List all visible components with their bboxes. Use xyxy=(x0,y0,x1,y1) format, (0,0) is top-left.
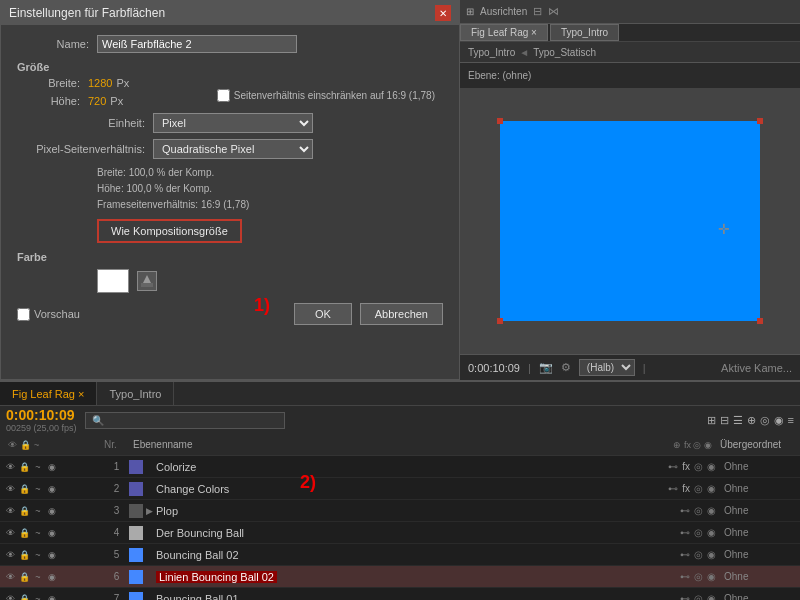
breadcrumb: Typo_Intro ◄ Typo_Statisch xyxy=(460,42,800,62)
layer-motion-icon[interactable]: ◎ xyxy=(694,505,703,516)
layer-solo-icon[interactable]: ◉ xyxy=(46,593,58,601)
tl-icon-7[interactable]: ≡ xyxy=(788,414,794,427)
layer-name: Linien Bouncing Ball 02 xyxy=(156,571,540,583)
layer-search-input[interactable] xyxy=(85,412,285,429)
ok-button[interactable]: OK xyxy=(294,303,352,325)
layer-motion-icon[interactable]: ◎ xyxy=(694,593,703,600)
layer-eye-icon[interactable]: 👁 xyxy=(4,483,16,495)
layer-motion-icon[interactable]: ◎ xyxy=(694,483,703,494)
col-right-icons: ⊕ fx ◎ ◉ xyxy=(673,440,712,450)
layer-switch-icon[interactable]: ⊷ xyxy=(668,483,678,494)
layer-solo-icon[interactable]: ◉ xyxy=(46,461,58,473)
layer-blend-icon[interactable]: ◉ xyxy=(707,461,716,472)
layer-shy-icon[interactable]: ~ xyxy=(32,505,44,517)
layer-lock-icon[interactable]: 🔒 xyxy=(18,505,30,517)
layer-switch-icon[interactable]: ⊷ xyxy=(680,549,690,560)
layer-shy-icon[interactable]: ~ xyxy=(32,549,44,561)
layer-expand-icon[interactable]: ▶ xyxy=(146,506,156,516)
layer-color-icon xyxy=(129,504,143,518)
tl-icon-2[interactable]: ⊟ xyxy=(720,414,729,427)
layer-eye-icon[interactable]: 👁 xyxy=(4,527,16,539)
tl-icon-6[interactable]: ◉ xyxy=(774,414,784,427)
layer-motion-icon[interactable]: ◎ xyxy=(694,571,703,582)
color-picker-icon[interactable] xyxy=(137,271,157,291)
wie-komposition-button[interactable]: Wie Kompositionsgröße xyxy=(97,219,242,243)
layer-eye-icon[interactable]: 👁 xyxy=(4,593,16,601)
layer-solo-icon[interactable]: ◉ xyxy=(46,571,58,583)
col-parent-header: Übergeordnet xyxy=(720,434,800,455)
tl-icon-5[interactable]: ◎ xyxy=(760,414,770,427)
tl-tab-typo[interactable]: Typo_Intro xyxy=(97,382,174,405)
vorschau-checkbox[interactable] xyxy=(17,308,30,321)
layer-switch-icon[interactable]: ⊷ xyxy=(680,527,690,538)
layer-lock-icon[interactable]: 🔒 xyxy=(18,593,30,601)
layer-switch-icon[interactable]: ⊷ xyxy=(680,505,690,516)
layer-lock-icon[interactable]: 🔒 xyxy=(18,571,30,583)
aspect-ratio-checkbox[interactable] xyxy=(217,89,230,102)
layer-row[interactable]: 👁 🔒 ~ ◉ 5 Bouncing Ball 02 ⊷ ◎ ◉ Ohne xyxy=(0,544,800,566)
layer-eye-icon[interactable]: 👁 xyxy=(4,571,16,583)
abbrechen-button[interactable]: Abbrechen xyxy=(360,303,443,325)
preview-tab-figleaf[interactable]: Fig Leaf Rag × xyxy=(460,24,548,41)
einheit-select[interactable]: Pixel xyxy=(153,113,313,133)
layer-lock-icon[interactable]: 🔒 xyxy=(18,527,30,539)
layer-number: 4 xyxy=(104,527,129,538)
layer-solo-icon[interactable]: ◉ xyxy=(46,549,58,561)
tl-icon-1[interactable]: ⊞ xyxy=(707,414,716,427)
layer-lock-icon[interactable]: 🔒 xyxy=(18,549,30,561)
layer-shy-icon[interactable]: ~ xyxy=(32,483,44,495)
layer-row[interactable]: 👁 🔒 ~ ◉ 3 ▶ Plop ⊷ ◎ ◉ Ohne xyxy=(0,500,800,522)
timeline-tabs: Fig Leaf Rag × Typo_Intro xyxy=(0,382,800,406)
cam-label: Aktive Kame... xyxy=(721,362,792,374)
layer-switch-icon[interactable]: ⊷ xyxy=(668,461,678,472)
preview-tab-typo[interactable]: Typo_Intro xyxy=(550,24,619,41)
layer-switch-icon[interactable]: ⊷ xyxy=(680,571,690,582)
layer-number: 2 xyxy=(104,483,129,494)
zoom-select[interactable]: (Halb) xyxy=(579,359,635,376)
layer-solo-icon[interactable]: ◉ xyxy=(46,527,58,539)
layer-lock-icon[interactable]: 🔒 xyxy=(18,461,30,473)
layer-eye-icon[interactable]: 👁 xyxy=(4,549,16,561)
layer-row[interactable]: 👁 🔒 ~ ◉ 4 Der Bouncing Ball ⊷ ◎ ◉ Ohne xyxy=(0,522,800,544)
breadcrumb-comp: Typo_Intro xyxy=(468,47,515,58)
layer-switch-icon[interactable]: ⊷ xyxy=(680,593,690,600)
layer-number: 5 xyxy=(104,549,129,560)
tl-tab-figleaf[interactable]: Fig Leaf Rag × xyxy=(0,382,97,405)
layer-solo-icon[interactable]: ◉ xyxy=(46,505,58,517)
layer-fx-icon[interactable]: fx xyxy=(682,483,690,494)
layer-motion-icon[interactable]: ◎ xyxy=(694,527,703,538)
layer-fx-icon[interactable]: fx xyxy=(682,461,690,472)
layer-motion-icon[interactable]: ◎ xyxy=(694,549,703,560)
tl-tab2-label: Typo_Intro xyxy=(109,388,161,400)
dialog-close-button[interactable]: ✕ xyxy=(435,5,451,21)
tl-icon-3[interactable]: ☰ xyxy=(733,414,743,427)
layer-shy-icon[interactable]: ~ xyxy=(32,593,44,601)
layer-row[interactable]: 👁 🔒 ~ ◉ 2 Change Colors ⊷ fx ◎ ◉ Ohne xyxy=(0,478,800,500)
tl-icon-4[interactable]: ⊕ xyxy=(747,414,756,427)
layer-lock-icon[interactable]: 🔒 xyxy=(18,483,30,495)
layer-parent: Ohne xyxy=(720,483,800,494)
layer-solo-icon[interactable]: ◉ xyxy=(46,483,58,495)
layer-shy-icon[interactable]: ~ xyxy=(32,571,44,583)
layer-eye-icon[interactable]: 👁 xyxy=(4,505,16,517)
layer-name-text: Change Colors xyxy=(156,483,229,495)
layer-blend-icon[interactable]: ◉ xyxy=(707,549,716,560)
layer-blend-icon[interactable]: ◉ xyxy=(707,571,716,582)
layer-row[interactable]: 👁 🔒 ~ ◉ 1 Colorize ⊷ fx ◎ ◉ Ohne xyxy=(0,456,800,478)
layer-motion-icon[interactable]: ◎ xyxy=(694,461,703,472)
layer-blend-icon[interactable]: ◉ xyxy=(707,593,716,600)
layer-row[interactable]: 👁 🔒 ~ ◉ 7 Bouncing Ball 01 ⊷ ◎ ◉ Ohne xyxy=(0,588,800,600)
layer-shy-icon[interactable]: ~ xyxy=(32,527,44,539)
pixel-select[interactable]: Quadratische Pixel xyxy=(153,139,313,159)
layer-blend-icon[interactable]: ◉ xyxy=(707,527,716,538)
layer-number: 1 xyxy=(104,461,129,472)
layer-shy-icon[interactable]: ~ xyxy=(32,461,44,473)
layer-blend-icon[interactable]: ◉ xyxy=(707,505,716,516)
layer-blend-icon[interactable]: ◉ xyxy=(707,483,716,494)
layer-eye-icon[interactable]: 👁 xyxy=(4,461,16,473)
preview-icon: ⊞ xyxy=(466,6,474,17)
layer-row[interactable]: 👁 🔒 ~ ◉ 6 Linien Bouncing Ball 02 ⊷ ◎ ◉ … xyxy=(0,566,800,588)
color-swatch[interactable] xyxy=(97,269,129,293)
name-input[interactable] xyxy=(97,35,297,53)
tab1-label: Fig Leaf Rag × xyxy=(471,27,537,38)
